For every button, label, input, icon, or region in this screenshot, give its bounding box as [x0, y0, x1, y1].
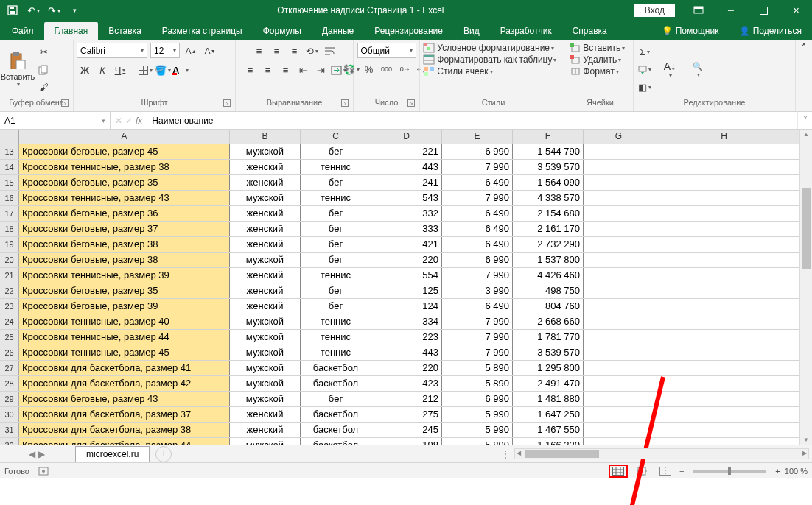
cell[interactable]: [584, 299, 654, 314]
accounting-button[interactable]: 💱▾: [343, 61, 360, 77]
cell[interactable]: [584, 361, 654, 375]
cell[interactable]: [654, 237, 794, 252]
tab-insert[interactable]: Вставка: [98, 22, 152, 40]
cell[interactable]: 804 760: [513, 299, 584, 314]
cell[interactable]: [654, 361, 794, 375]
cell[interactable]: [654, 314, 794, 329]
cell[interactable]: 220: [371, 252, 442, 267]
wrap-text-button[interactable]: [322, 43, 338, 59]
cell[interactable]: 6 490: [442, 206, 513, 221]
cell[interactable]: женский: [230, 206, 301, 221]
cell[interactable]: [654, 299, 794, 314]
cell[interactable]: 421: [371, 237, 442, 252]
row-header[interactable]: 21: [0, 268, 19, 283]
align-left-button[interactable]: ≡: [242, 62, 259, 78]
cell[interactable]: 2 154 680: [513, 206, 584, 221]
row-header[interactable]: 23: [0, 299, 19, 314]
cell[interactable]: [584, 376, 654, 391]
cell[interactable]: бег: [301, 392, 371, 406]
cell[interactable]: 223: [371, 330, 442, 345]
name-box[interactable]: A1: [0, 112, 111, 129]
borders-button[interactable]: ▾: [137, 62, 153, 78]
cell[interactable]: 7 990: [442, 191, 513, 205]
tab-data[interactable]: Данные: [312, 22, 364, 40]
qat-customize[interactable]: ▾: [66, 2, 83, 18]
zoom-out-button[interactable]: −: [679, 467, 684, 476]
cell[interactable]: 4 426 460: [513, 268, 584, 283]
cell[interactable]: Кроссовки для баскетбола, размер 37: [19, 407, 230, 422]
cell[interactable]: [654, 438, 794, 445]
normal-view-button[interactable]: [609, 465, 628, 478]
conditional-format-button[interactable]: Условное форматирование▾: [423, 43, 554, 53]
cell[interactable]: баскетбол: [301, 438, 371, 445]
row-header[interactable]: 30: [0, 407, 19, 422]
cell[interactable]: 443: [371, 345, 442, 360]
cell[interactable]: женский: [230, 407, 301, 422]
percent-button[interactable]: %: [361, 61, 377, 77]
cell[interactable]: 1 647 250: [513, 407, 584, 422]
row-header[interactable]: 18: [0, 222, 19, 236]
macro-record-button[interactable]: [38, 467, 49, 476]
row-header[interactable]: 13: [0, 144, 19, 159]
cell[interactable]: Кроссовки беговые, размер 39: [19, 299, 230, 314]
cell[interactable]: 7 990: [442, 314, 513, 329]
cell[interactable]: 1 537 800: [513, 252, 584, 267]
row-header[interactable]: 20: [0, 252, 19, 267]
cell[interactable]: 498 750: [513, 283, 584, 298]
cell[interactable]: [584, 252, 654, 267]
cell[interactable]: [584, 345, 654, 360]
cell[interactable]: баскетбол: [301, 423, 371, 437]
cell[interactable]: [584, 206, 654, 221]
insert-cells-button[interactable]: Вставить▾: [570, 43, 625, 53]
cell[interactable]: Кроссовки теннисные, размер 40: [19, 314, 230, 329]
cancel-formula-button[interactable]: ✕: [115, 116, 122, 126]
cell[interactable]: баскетбол: [301, 361, 371, 375]
font-name-select[interactable]: Calibri▾: [77, 43, 147, 58]
decrease-indent-button[interactable]: ⇤: [295, 62, 312, 78]
align-right-button[interactable]: ≡: [278, 62, 294, 78]
decrease-font-button[interactable]: A▼: [202, 43, 218, 59]
underline-button[interactable]: Ч▾: [112, 62, 128, 78]
close-button[interactable]: ✕: [780, 0, 812, 21]
page-break-view-button[interactable]: [656, 465, 675, 478]
column-header-G[interactable]: G: [584, 130, 654, 144]
format-cells-button[interactable]: Формат▾: [570, 66, 619, 77]
cell[interactable]: 423: [371, 376, 442, 391]
column-header-B[interactable]: B: [230, 130, 301, 144]
cell[interactable]: мужской: [230, 438, 301, 445]
cell[interactable]: бег: [301, 222, 371, 236]
cell[interactable]: [584, 160, 654, 174]
sheet-nav-next[interactable]: ▶: [38, 449, 45, 459]
cell[interactable]: 7 990: [442, 268, 513, 283]
cell[interactable]: 332: [371, 206, 442, 221]
cell[interactable]: женский: [230, 423, 301, 437]
cell[interactable]: Кроссовки теннисные, размер 39: [19, 268, 230, 283]
cell[interactable]: мужской: [230, 345, 301, 360]
sheet-nav-prev[interactable]: ◀: [29, 449, 35, 459]
cell[interactable]: 6 990: [442, 144, 513, 159]
cell[interactable]: мужской: [230, 252, 301, 267]
row-header[interactable]: 14: [0, 160, 19, 174]
row-header[interactable]: 16: [0, 191, 19, 205]
cell[interactable]: 1 166 220: [513, 438, 584, 445]
row-header[interactable]: 27: [0, 361, 19, 375]
tab-formulas[interactable]: Формулы: [253, 22, 312, 40]
cell[interactable]: мужской: [230, 144, 301, 159]
cell[interactable]: 245: [371, 423, 442, 437]
orientation-button[interactable]: ⟲▾: [304, 43, 321, 59]
cell[interactable]: Кроссовки теннисные, размер 43: [19, 191, 230, 205]
cell[interactable]: 5 890: [442, 438, 513, 445]
tab-help[interactable]: Справка: [562, 22, 617, 40]
cell[interactable]: 443: [371, 160, 442, 174]
cut-button[interactable]: ✂: [35, 44, 52, 60]
row-header[interactable]: 29: [0, 392, 19, 406]
cell[interactable]: [584, 407, 654, 422]
font-size-select[interactable]: 12▾: [150, 43, 180, 58]
cell[interactable]: женский: [230, 283, 301, 298]
cell[interactable]: бег: [301, 206, 371, 221]
row-header[interactable]: 32: [0, 438, 19, 445]
cell[interactable]: женский: [230, 268, 301, 283]
cell[interactable]: [584, 144, 654, 159]
cell[interactable]: 6 490: [442, 299, 513, 314]
cell[interactable]: баскетбол: [301, 407, 371, 422]
